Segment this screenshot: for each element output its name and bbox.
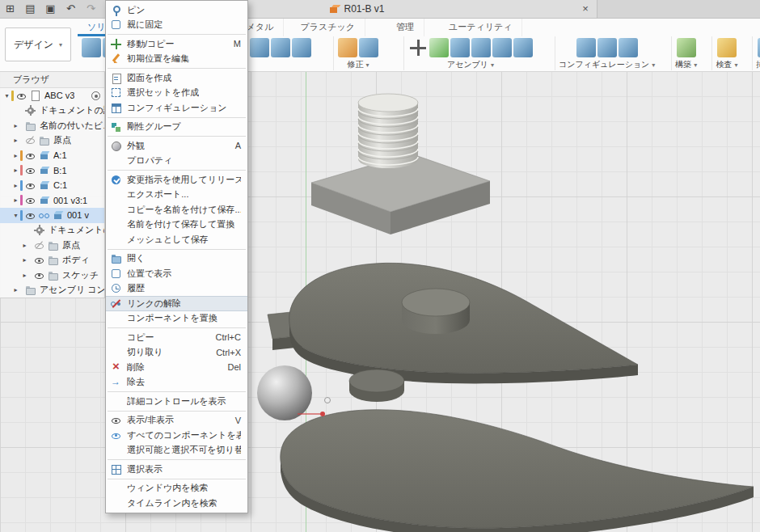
toolbar-group-label[interactable]: コンフィギュレーション▾ <box>559 59 655 70</box>
menu-item-isolate[interactable]: 選択表示 <box>106 462 247 477</box>
menu-item-properties[interactable]: プロパティ <box>106 154 247 169</box>
expand-arrow-icon[interactable]: ▸ <box>11 167 20 174</box>
joint-icon[interactable] <box>450 38 470 57</box>
menu-item-save-as-mesh[interactable]: メッシュとして保存 <box>106 232 247 247</box>
menu-item-configuration[interactable]: コンフィギュレーション <box>106 100 247 116</box>
menu-item-history[interactable]: 履歴 <box>106 281 247 297</box>
config-insert-icon[interactable] <box>619 38 638 57</box>
cylinder-icon[interactable] <box>250 38 269 57</box>
menu-item-appearance[interactable]: 外観A <box>106 138 247 154</box>
construction-plane-icon[interactable] <box>677 38 696 57</box>
eye-icon[interactable] <box>24 150 36 162</box>
eye-icon[interactable] <box>24 179 36 192</box>
expand-arrow-icon[interactable]: ▸ <box>11 286 20 293</box>
expand-arrow-icon[interactable]: ▸ <box>11 137 20 144</box>
menu-item-find-in-timeline[interactable]: タイムライン内を検索 <box>106 496 247 511</box>
menu-item-break-link[interactable]: リンクの解除 <box>106 296 247 311</box>
menu-item-copy[interactable]: コピーCtrl+C <box>106 330 247 345</box>
browser-item-origin[interactable]: ▸原点 <box>0 133 104 149</box>
eye-off-icon[interactable] <box>24 134 36 146</box>
menu-item-cut[interactable]: 切り取りCtrl+X <box>106 345 247 361</box>
workspace-selector[interactable]: デザイン ▾ <box>5 27 71 61</box>
browser-item-component-b1[interactable]: ▸B:1 <box>0 163 104 179</box>
browser-item-component-001-v3[interactable]: ▸001 v3:1 <box>0 193 104 209</box>
eye-icon[interactable] <box>33 254 45 266</box>
ribbon-tab-2[interactable]: プラスチック <box>290 18 365 36</box>
configuration-table-icon[interactable] <box>576 38 596 57</box>
eye-off-icon[interactable] <box>33 239 45 251</box>
undo-icon[interactable] <box>61 0 81 18</box>
menu-item-release-with-change-order[interactable]: 変更指示を使用してリリース <box>106 172 247 188</box>
expand-arrow-icon[interactable]: ▾ <box>2 92 11 99</box>
redo-icon[interactable] <box>81 0 101 18</box>
expand-arrow-icon[interactable]: ▸ <box>11 182 20 189</box>
toolbar-group-label[interactable]: 修正▾ <box>347 59 369 70</box>
ribbon-tab-3[interactable]: 管理 <box>386 18 424 36</box>
browser-item-sub-sketches[interactable]: ▸スケッチ <box>0 268 104 283</box>
expand-arrow-icon[interactable]: ▾ <box>11 212 20 219</box>
extrude-icon[interactable] <box>82 38 101 57</box>
expand-arrow-icon[interactable]: ▸ <box>20 242 29 249</box>
new-component-icon[interactable] <box>429 38 449 57</box>
menu-item-replace-component[interactable]: コンポーネントを置換 <box>106 311 247 327</box>
menu-item-rigid-group[interactable]: 剛性グループ <box>106 120 247 135</box>
eye-icon[interactable] <box>24 194 36 206</box>
grid-icon[interactable] <box>0 0 20 18</box>
expand-arrow-icon[interactable]: ▸ <box>11 152 20 159</box>
eye-icon[interactable] <box>15 90 27 102</box>
expand-arrow-icon[interactable]: ▸ <box>20 272 29 279</box>
toolbar-group-label[interactable]: 挿入▾ <box>756 59 760 70</box>
menu-item-fix-to-parent[interactable]: 親に固定 <box>106 18 247 33</box>
browser-item-named-views[interactable]: ▸名前の付いたビュー <box>0 118 104 133</box>
browser-item-sub-document-settings[interactable]: ドキュメントの設定 <box>0 223 104 239</box>
ribbon-tab-4[interactable]: ユーティリティ <box>439 18 523 36</box>
browser-item-sub-bodies[interactable]: ▸ボディ <box>0 253 104 268</box>
browser-item-component-c1[interactable]: ▸C:1 <box>0 178 104 193</box>
menu-item-pin[interactable]: ピン <box>106 2 247 18</box>
pages-icon[interactable] <box>20 0 40 18</box>
eye-icon[interactable] <box>33 269 45 281</box>
expand-arrow-icon[interactable]: ▸ <box>11 196 20 204</box>
eye-icon[interactable] <box>24 164 36 176</box>
sphere-icon[interactable] <box>271 38 290 57</box>
menu-item-remove[interactable]: 除去 <box>106 375 247 391</box>
browser-item-component-a1[interactable]: ▸A:1 <box>0 148 104 163</box>
menu-item-save-copy-as[interactable]: コピーを名前を付けて保存... <box>106 202 247 217</box>
menu-item-show-in-position[interactable]: 位置で表示 <box>106 266 247 281</box>
as-built-joint-icon[interactable] <box>471 38 491 57</box>
expand-arrow-icon[interactable]: ▸ <box>20 256 29 264</box>
browser-item-document-settings[interactable]: ドキュメントの設定 <box>0 103 104 119</box>
expand-arrow-icon[interactable]: ▸ <box>11 122 20 129</box>
press-pull-icon[interactable] <box>338 38 357 57</box>
browser-item-root[interactable]: ▾ABC v3 <box>0 88 104 103</box>
configure-icon[interactable] <box>597 38 617 57</box>
menu-item-create-drawing[interactable]: 図面を作成 <box>106 70 247 86</box>
menu-item-open[interactable]: 開く <box>106 251 247 267</box>
eye-icon[interactable] <box>24 209 36 222</box>
menu-item-create-selection-set[interactable]: 選択セットを作成 <box>106 86 247 101</box>
browser-item-assembly-contexts[interactable]: ▸アセンブリ コンテキスト <box>0 283 104 298</box>
close-icon[interactable]: × <box>579 0 592 18</box>
menu-item-move-copy[interactable]: 移動/コピーM <box>106 36 247 52</box>
measure-icon[interactable] <box>717 38 737 57</box>
menu-item-find-in-window[interactable]: ウィンドウ内を検索 <box>106 481 247 496</box>
toolbar-group-label[interactable]: 構築▾ <box>675 59 697 70</box>
joint-origin-icon[interactable] <box>492 38 512 57</box>
move-tool-icon[interactable] <box>408 38 428 57</box>
fillet-icon[interactable] <box>359 38 378 57</box>
browser-item-sub-origin[interactable]: ▸原点 <box>0 238 104 253</box>
toolbar-group-label[interactable]: 検査▾ <box>716 59 737 70</box>
browser-header[interactable]: ブラウザ <box>0 72 104 88</box>
menu-item-save-as-and-replace[interactable]: 名前を付けて保存して置換 <box>106 217 247 233</box>
menu-item-delete[interactable]: 削除Del <box>106 360 247 375</box>
menu-item-export[interactable]: エクスポート... <box>106 188 247 203</box>
motion-study-icon[interactable] <box>513 38 533 57</box>
menu-item-edit-initial-position[interactable]: 初期位置を編集 <box>106 52 247 67</box>
menu-item-show-all-components[interactable]: すべてのコンポーネントを表示 <box>106 428 247 443</box>
browser-item-component-001-selected[interactable]: ▾001 v <box>0 208 104 223</box>
toolbar-group-label[interactable]: アセンブリ▾ <box>447 59 494 70</box>
coil-icon[interactable] <box>292 38 311 57</box>
save-icon[interactable] <box>40 0 61 18</box>
menu-item-toggle-selectable[interactable]: 選択可能と選択不可を切り替え <box>106 443 247 458</box>
activate-radio[interactable] <box>91 91 100 100</box>
